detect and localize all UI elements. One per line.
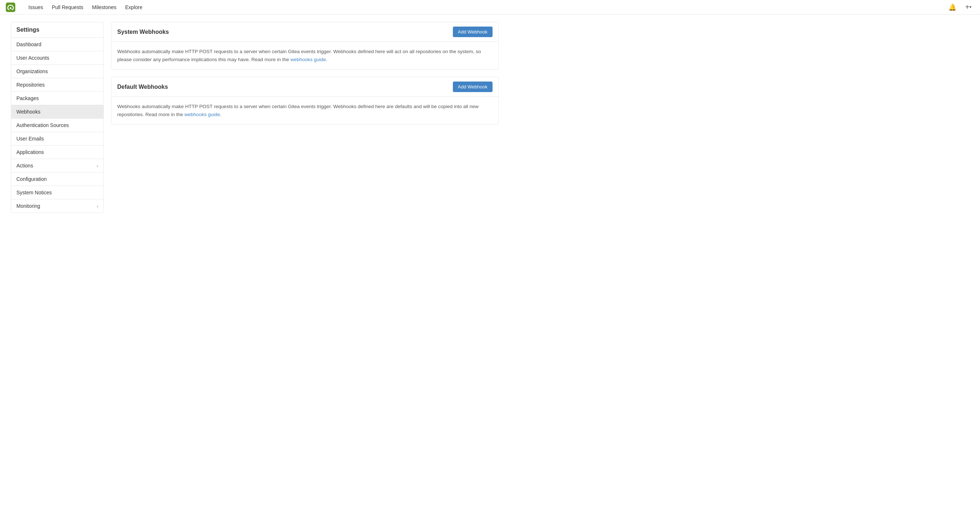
sidebar-item-dashboard[interactable]: Dashboard [11,38,103,51]
create-button[interactable]: + ▾ [963,2,974,13]
sidebar-item-authentication-sources[interactable]: Authentication Sources [11,119,103,132]
default-webhooks-header: Default Webhooks Add Webhook [111,77,498,97]
default-webhooks-title: Default Webhooks [117,84,168,90]
nav-explore[interactable]: Explore [122,2,146,13]
system-webhooks-section: System Webhooks Add Webhook Webhooks aut… [111,22,499,70]
sidebar-item-system-notices[interactable]: System Notices [11,186,103,200]
system-webhooks-title: System Webhooks [117,29,169,35]
sidebar-item-user-accounts[interactable]: User Accounts [11,51,103,65]
logo[interactable] [6,3,18,12]
svg-point-1 [10,7,12,9]
nav-pull-requests[interactable]: Pull Requests [48,2,87,13]
sidebar-item-repositories[interactable]: Repositories [11,78,103,92]
nav-milestones[interactable]: Milestones [89,2,120,13]
system-webhooks-header: System Webhooks Add Webhook [111,22,498,42]
sidebar-item-webhooks[interactable]: Webhooks [11,105,103,119]
default-webhooks-body: Webhooks automatically make HTTP POST re… [111,97,498,124]
default-webhooks-guide-link[interactable]: webhooks guide [185,112,220,117]
system-webhooks-description-part2: . [326,57,327,62]
add-default-webhook-button[interactable]: Add Webhook [453,81,493,92]
navbar-links: Issues Pull Requests Milestones Explore [25,2,939,13]
navbar: Issues Pull Requests Milestones Explore … [0,0,980,14]
sidebar-item-user-emails[interactable]: User Emails [11,132,103,146]
sidebar-nav: Dashboard User Accounts Organizations Re… [11,38,104,213]
nav-issues[interactable]: Issues [25,2,46,13]
default-webhooks-section: Default Webhooks Add Webhook Webhooks au… [111,77,499,124]
sidebar-title: Settings [11,22,104,38]
sidebar: Settings Dashboard User Accounts Organiz… [11,22,104,213]
sidebar-item-configuration[interactable]: Configuration [11,173,103,186]
sidebar-item-organizations[interactable]: Organizations [11,65,103,78]
system-webhooks-body: Webhooks automatically make HTTP POST re… [111,42,498,69]
chevron-right-icon-monitoring: › [97,203,98,209]
sidebar-item-monitoring[interactable]: Monitoring › [11,200,103,213]
main-layout: Settings Dashboard User Accounts Organiz… [0,14,510,220]
system-webhooks-guide-link[interactable]: webhooks guide [291,57,326,62]
sidebar-item-packages[interactable]: Packages [11,92,103,105]
main-content: System Webhooks Add Webhook Webhooks aut… [111,22,499,213]
add-system-webhook-button[interactable]: Add Webhook [453,27,493,37]
chevron-right-icon: › [97,163,98,168]
default-webhooks-description-part1: Webhooks automatically make HTTP POST re… [117,104,479,117]
notifications-button[interactable]: 🔔 [947,2,958,13]
navbar-right: 🔔 + ▾ [947,2,974,13]
default-webhooks-description-part2: . [220,112,221,117]
sidebar-item-actions[interactable]: Actions › [11,159,103,173]
sidebar-item-applications[interactable]: Applications [11,146,103,159]
